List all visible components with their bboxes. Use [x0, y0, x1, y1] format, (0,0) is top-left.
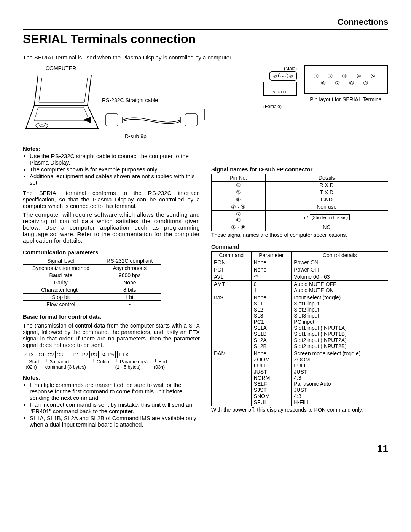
- section-header: Connections: [23, 17, 388, 27]
- note-item: If an incorrect command is sent by mista…: [30, 401, 200, 414]
- intro-text: The SERIAL terminal is used when the Pla…: [23, 54, 388, 61]
- format-paragraph: The transmission of control data from th…: [23, 322, 200, 348]
- svg-point-5: [39, 125, 45, 127]
- signal-table: Pin No.Details②R X D③T X D⑤GND④ · ⑥Non u…: [211, 174, 388, 231]
- cable-label: RS-232C Straight cable: [102, 97, 297, 103]
- svg-marker-0: [34, 75, 91, 105]
- computer-label: COMPUTER: [23, 65, 99, 71]
- page-number: 11: [23, 443, 388, 455]
- paragraph-1: The SERIAL terminal conforms to the RS-2…: [23, 190, 200, 209]
- male-label: (Male): [284, 66, 297, 71]
- format-heading: Basic format for control data: [23, 313, 200, 320]
- svg-point-4: [36, 123, 48, 128]
- notes-list-top: Use the RS-232C straight cable to connec…: [30, 153, 200, 186]
- param-bytes-box: P1P2P3P4P5: [72, 351, 116, 358]
- notes-list-bottom: If multiple commands are transmitted, be…: [30, 382, 200, 428]
- comm-params-table: Signal levelRS-232C compliantSynchroniza…: [23, 257, 161, 308]
- comm-params-heading: Communication parameters: [23, 249, 200, 256]
- note-item: SL1A, SL1B, SL2A and SL2B of Command IMS…: [30, 415, 200, 428]
- svg-rect-9: [118, 117, 123, 123]
- paragraph-2: The computer will require software which…: [23, 211, 200, 244]
- etx-box: ETX: [117, 351, 130, 358]
- svg-rect-10: [180, 117, 185, 123]
- format-diagram: STX C1C2C3 : P1P2P3P4P5 ETX: [23, 351, 200, 358]
- serial-tag: SERIAL: [272, 90, 288, 94]
- notes-heading: Notes:: [23, 145, 200, 152]
- stx-box: STX: [23, 351, 35, 358]
- page-title: SERIAL Terminals connection: [23, 32, 388, 46]
- format-legend: └ Start (02h) └ 3-character command (3 b…: [24, 359, 200, 370]
- svg-marker-6: [83, 117, 91, 123]
- svg-rect-11: [185, 114, 197, 126]
- command-table: CommandParameterControl detailsPONNonePo…: [211, 251, 388, 406]
- command-heading: Command: [211, 243, 388, 250]
- dsub-label: D-sub 9p: [125, 133, 297, 139]
- pins-row1: ① ② ③ ④ ⑤: [314, 73, 379, 80]
- command-note: With the power off, this display respond…: [211, 407, 388, 413]
- svg-marker-1: [39, 78, 88, 102]
- female-label: (Female): [263, 104, 282, 109]
- pin-layout-box: ① ② ③ ④ ⑤ ⑥ ⑦ ⑧ ⑨: [304, 65, 388, 94]
- connection-diagram: COMPUTER (Male) ◎ ∷∷ ◎ SERIAL: [23, 65, 388, 139]
- signal-heading: Signal names for D-sub 9P connector: [211, 166, 388, 173]
- cable-icon: [79, 109, 216, 132]
- notes-heading-2: Notes:: [23, 374, 200, 381]
- pins-row2: ⑥ ⑦ ⑧ ⑨: [314, 80, 379, 86]
- pin-layout-label: Pin layout for SERIAL Terminal: [304, 96, 388, 102]
- signal-note: These signal names are those of computer…: [211, 232, 388, 238]
- note-item: Additional equipment and cables shown ar…: [30, 173, 200, 186]
- note-item: Use the RS-232C straight cable to connec…: [30, 153, 200, 166]
- svg-rect-8: [106, 114, 118, 126]
- note-item: If multiple commands are transmitted, be…: [30, 382, 200, 401]
- note-item: The computer shown is for example purpos…: [30, 166, 200, 173]
- colon-box: :: [66, 351, 70, 358]
- cmd-bytes-box: C1C2C3: [37, 351, 64, 358]
